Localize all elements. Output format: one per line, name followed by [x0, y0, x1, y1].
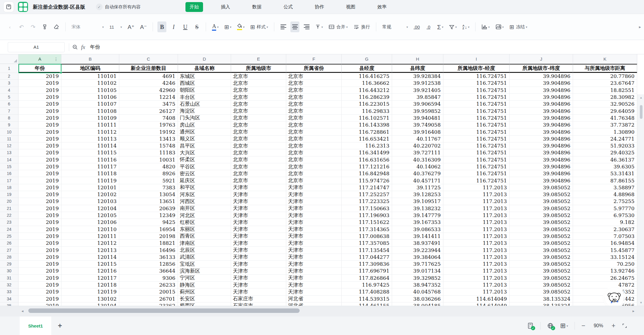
cell[interactable]: 南开区	[178, 205, 231, 212]
cell[interactable]: 117.121216	[342, 163, 392, 170]
cell[interactable]: 河北省	[286, 296, 342, 302]
cell[interactable]: 宝坻区	[178, 261, 231, 268]
header-cell[interactable]: 所属地级市-经度	[443, 64, 510, 73]
cell[interactable]: 110102	[61, 80, 119, 87]
cell[interactable]: 桥西区	[178, 302, 231, 306]
cell[interactable]: 37.73872	[573, 122, 637, 128]
cell[interactable]: 120114	[61, 254, 119, 261]
cell[interactable]: 39.329852	[392, 275, 443, 282]
cell[interactable]: 117.2013	[443, 254, 510, 261]
column-header[interactable]: G	[342, 54, 392, 64]
cell[interactable]: 38.004185	[392, 302, 443, 306]
cell[interactable]: 密云区	[178, 170, 231, 177]
cell[interactable]: 16.94854	[573, 240, 637, 247]
cell[interactable]: 5921	[119, 177, 178, 184]
cell[interactable]: 39.147779	[392, 212, 443, 219]
cell[interactable]: 117.357085	[342, 240, 392, 247]
cell[interactable]: 117.2013	[443, 205, 510, 212]
cell[interactable]: 2019	[18, 219, 61, 226]
cell[interactable]: 110112	[61, 128, 119, 135]
cell[interactable]: 20198	[119, 233, 178, 240]
cell[interactable]: 39.017134	[392, 268, 443, 274]
cell[interactable]: 海淀区	[178, 107, 231, 114]
cell[interactable]: 40.376279	[392, 170, 443, 177]
cell[interactable]: 117.2013	[443, 247, 510, 253]
cell[interactable]: 20015	[119, 288, 178, 295]
cell[interactable]: 116.143398	[342, 122, 392, 128]
column-menu-icon[interactable]: ⋮	[54, 57, 58, 62]
cell[interactable]: 北京市	[286, 87, 342, 94]
cell[interactable]: 2019	[18, 302, 61, 306]
cell[interactable]: 北京市	[286, 136, 342, 142]
view-mode-button[interactable]: ⊞ ▾	[560, 322, 568, 329]
add-sheet-button[interactable]: +	[58, 322, 62, 330]
cell[interactable]: 116.724751	[443, 107, 510, 114]
cell[interactable]: 117.196903	[342, 212, 392, 219]
cell[interactable]: 河西区	[178, 198, 231, 205]
font-size-select[interactable]: 11 ▾	[108, 21, 123, 32]
cell[interactable]: 北京市	[231, 73, 286, 80]
cell[interactable]: 117.008638	[342, 233, 392, 240]
cell[interactable]: 9306	[119, 275, 178, 282]
cell[interactable]: 117.2013	[443, 282, 510, 288]
cell[interactable]: 20.77860	[573, 73, 637, 80]
cell[interactable]: 38.947352	[392, 282, 443, 288]
cell[interactable]: 河东区	[178, 191, 231, 198]
align-center-button[interactable]	[290, 21, 299, 32]
cell[interactable]: 12214	[119, 94, 178, 101]
cell[interactable]: 36644	[119, 268, 178, 274]
header-cell[interactable]: 新企业注册数目	[119, 64, 178, 73]
font-name-select[interactable]: 宋体 ▾	[70, 21, 105, 32]
cell[interactable]: 北京市	[231, 115, 286, 122]
cell[interactable]: 北京市	[231, 170, 286, 177]
cell[interactable]: 19763	[119, 122, 178, 128]
decrease-font-button[interactable]: A⁻	[139, 21, 148, 32]
cell[interactable]: 11183	[119, 149, 178, 156]
cell[interactable]: 39.085052	[510, 226, 573, 233]
cell[interactable]: 116.724751	[443, 94, 510, 101]
cell[interactable]: 117.2013	[443, 233, 510, 240]
cell[interactable]: 西青区	[178, 233, 231, 240]
cell[interactable]: 38.937491	[392, 240, 443, 247]
cell[interactable]: 北京市	[231, 122, 286, 128]
cell[interactable]: 39.085052	[510, 261, 573, 268]
cell[interactable]: 8926	[119, 170, 178, 177]
toolbar-overflow-icon[interactable]: ▸	[639, 24, 641, 29]
cell[interactable]: 39.085052	[510, 233, 573, 240]
cell[interactable]: 天津市	[231, 261, 286, 268]
cell[interactable]: 天津市	[231, 233, 286, 240]
cell[interactable]: 117.252257	[342, 191, 392, 198]
cell[interactable]: 16954	[119, 226, 178, 233]
cell[interactable]: 46.36137	[573, 156, 637, 163]
cell[interactable]: 120113	[61, 247, 119, 253]
cell[interactable]: 120111	[61, 233, 119, 240]
cell[interactable]: 2019	[18, 233, 61, 240]
cell[interactable]: 天津市	[286, 240, 342, 247]
cell[interactable]: 2019	[18, 177, 61, 184]
menu-tab[interactable]: 插入	[217, 2, 234, 12]
cell[interactable]: 116.842948	[342, 170, 392, 177]
cell[interactable]: 天津市	[231, 254, 286, 261]
row-header[interactable]: 19	[0, 191, 18, 198]
cell[interactable]: 51.92033	[573, 142, 637, 149]
row-header[interactable]: 7	[0, 107, 18, 114]
cell[interactable]: 房山区	[178, 122, 231, 128]
row-header[interactable]: 28	[0, 254, 18, 261]
header-cell[interactable]: 县纬度	[392, 64, 443, 73]
cell[interactable]: 39.085052	[510, 247, 573, 253]
cell[interactable]: 39.904896	[510, 170, 573, 177]
cell[interactable]: 47872	[573, 282, 637, 288]
cell[interactable]: 117.044277	[342, 254, 392, 261]
cell[interactable]: 北京市	[231, 94, 286, 101]
cell[interactable]: 39.921405	[392, 87, 443, 94]
row-header[interactable]: 4	[0, 87, 18, 94]
cell[interactable]: 29.40325	[573, 149, 637, 156]
cell[interactable]: 静海区	[178, 282, 231, 288]
row-header[interactable]: 10	[0, 128, 18, 135]
cell[interactable]: 39.928384	[392, 73, 443, 80]
cell[interactable]: 117.696791	[342, 268, 392, 274]
cell[interactable]: 32.90526	[573, 101, 637, 107]
cell[interactable]: 天津市	[231, 247, 286, 253]
scroll-left-icon[interactable]: ◂	[21, 309, 24, 313]
cell[interactable]: 4246	[119, 80, 178, 87]
